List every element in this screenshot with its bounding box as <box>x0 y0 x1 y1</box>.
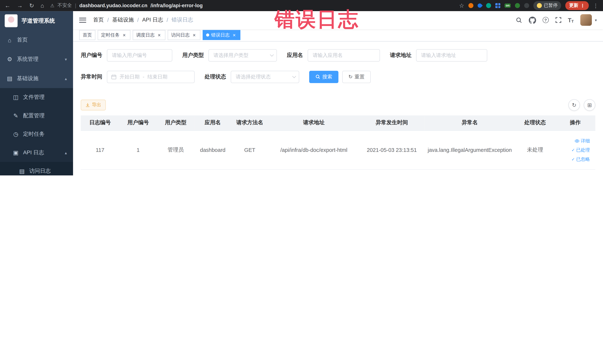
header-exception-time: 异常发生时间 <box>359 115 425 130</box>
close-icon[interactable]: × <box>122 32 127 38</box>
sidebar-item-config-manage[interactable]: ✎ 配置管理 <box>0 107 73 125</box>
gear-icon: ⚙ <box>6 56 13 63</box>
date-range-separator: - <box>143 74 144 80</box>
ignored-label: 已忽略 <box>576 155 590 164</box>
tab-label: 首页 <box>83 32 92 38</box>
tab-scheduled-tasks[interactable]: 定时任务 × <box>98 30 130 40</box>
update-button[interactable]: 更新 ⋮ <box>565 1 589 10</box>
sidebar-item-scheduled-tasks[interactable]: ◷ 定时任务 <box>0 125 73 143</box>
breadcrumb-home[interactable]: 首页 <box>93 17 104 23</box>
user-id-input[interactable] <box>107 49 172 61</box>
export-button[interactable]: 导出 <box>81 99 106 110</box>
header-exception-name: 异常名 <box>425 115 515 130</box>
reset-button[interactable]: ↻ 重置 <box>342 71 371 83</box>
breadcrumb-infra[interactable]: 基础设施 <box>112 17 134 23</box>
table-row: 116 1 管理员 dashboard GET /api/infra/db-do… <box>81 169 595 176</box>
breadcrumb-separator: / <box>107 17 109 23</box>
header-actions: 操作 <box>555 115 595 130</box>
header-user-type: 用户类型 <box>157 115 195 130</box>
tab-home[interactable]: 首页 <box>79 30 95 40</box>
back-icon[interactable]: ← <box>5 3 10 9</box>
infra-submenu: ◫ 文件管理 ✎ 配置管理 ◷ 定时任务 ▣ API 日志 ▴ <box>0 88 73 176</box>
tab-schedule-log[interactable]: 调度日志 × <box>133 30 165 40</box>
sidebar-toggle-icon[interactable] <box>79 18 86 23</box>
sidebar-item-system[interactable]: ⚙ 系统管理 ▾ <box>0 50 73 69</box>
search-button[interactable]: 搜索 <box>309 71 338 83</box>
extension-grid-icon[interactable] <box>496 3 500 8</box>
exception-time-label: 异常时间 <box>81 73 102 80</box>
menu-label: 配置管理 <box>23 112 45 119</box>
sidebar-item-access-log[interactable]: ▤ 访问日志 <box>0 162 73 176</box>
sidebar-item-home[interactable]: ⌂ 首页 <box>0 30 73 50</box>
process-status-label: 处理状态 <box>205 73 226 80</box>
search-icon[interactable] <box>515 17 522 23</box>
bookmark-star-icon[interactable]: ☆ <box>459 3 464 9</box>
extension-orange-icon[interactable] <box>468 3 474 8</box>
close-icon[interactable]: × <box>191 32 197 38</box>
detail-link[interactable]: 详细 <box>557 136 590 145</box>
sidebar-item-file-manage[interactable]: ◫ 文件管理 <box>0 88 73 107</box>
cell-exception-name: java.lang.IllegalArgumentException <box>425 130 515 169</box>
extension-leaf-icon[interactable] <box>515 3 520 8</box>
cell-request-url: /api/infra/db-doc/export-html <box>269 130 359 169</box>
ignored-link[interactable]: ✓ 已忽略 <box>557 155 590 164</box>
browser-nav-controls: ← → ↻ ⌂ <box>5 3 44 9</box>
address-bar[interactable]: ⚠ 不安全 | dashboard.yudao.iocoder.cn/infra… <box>50 2 454 9</box>
sidebar-item-infra[interactable]: ▤ 基础设施 ▴ <box>0 69 73 88</box>
request-url-input[interactable] <box>416 49 487 61</box>
close-icon[interactable]: × <box>156 32 162 38</box>
tab-error-log[interactable]: 错误日志 × <box>203 30 240 40</box>
user-avatar[interactable] <box>580 14 592 26</box>
filter-form: 用户编号 用户类型 请选择用户类型 应用名 <box>73 41 603 92</box>
menu-label: 基础设施 <box>17 75 38 82</box>
navbar-right: ? TT ▾ <box>515 14 597 26</box>
refresh-button[interactable]: ↻ <box>568 99 580 110</box>
column-settings-button[interactable]: ⊞ <box>584 99 595 110</box>
error-log-table: 日志编号 用户编号 用户类型 应用名 请求方法名 请求地址 异常发生时间 异常名… <box>81 115 595 176</box>
search-button-label: 搜索 <box>322 73 332 80</box>
breadcrumb-api-log[interactable]: API 日志 <box>142 17 163 23</box>
extension-green-icon[interactable] <box>486 3 491 8</box>
url-path: /infra/log/api-error-log <box>151 3 203 9</box>
tab-access-log[interactable]: 访问日志 × <box>168 30 200 40</box>
browser-menu-icon[interactable]: ⋮ <box>593 2 598 9</box>
extension-paw-icon[interactable] <box>524 3 529 8</box>
sidebar-item-api-log[interactable]: ▣ API 日志 ▴ <box>0 143 73 162</box>
cell-status: 未处理 <box>515 169 555 176</box>
search-icon <box>315 74 320 79</box>
chevron-up-icon: ▴ <box>65 76 67 81</box>
avatar-caret-icon[interactable]: ▾ <box>595 18 597 22</box>
help-icon[interactable]: ? <box>543 17 549 23</box>
process-status-select[interactable]: 请选择处理状态 <box>231 71 299 83</box>
smiley-icon <box>537 3 542 8</box>
header-app-name: 应用名 <box>195 115 231 130</box>
paused-badge[interactable]: 已暂停 <box>533 1 561 10</box>
extension-droplet-icon[interactable] <box>477 3 483 9</box>
cell-user-id: 1 <box>119 169 157 176</box>
font-size-icon[interactable]: TT <box>568 17 574 23</box>
download-icon <box>85 103 90 107</box>
cell-app-name: dashboard <box>195 130 231 169</box>
header-status: 处理状态 <box>515 115 555 130</box>
cell-log-id: 117 <box>81 130 119 169</box>
date-range-picker[interactable]: 开始日期 - 结束日期 <box>107 71 195 83</box>
filter-exception-time: 异常时间 开始日期 - 结束日期 <box>81 71 195 83</box>
update-label: 更新 <box>569 2 578 9</box>
fullscreen-icon[interactable] <box>555 17 561 23</box>
address-divider: | <box>75 3 76 9</box>
app-logo[interactable]: 芋道管理系统 <box>0 11 73 30</box>
github-icon[interactable] <box>529 16 536 24</box>
chevron-down-icon: ▾ <box>65 57 67 62</box>
browser-home-icon[interactable]: ⌂ <box>41 3 44 9</box>
detail-link[interactable]: 详细 <box>557 175 590 176</box>
extension-on-badge[interactable]: on <box>505 3 511 8</box>
infra-icon: ▤ <box>6 75 13 82</box>
close-icon[interactable]: × <box>232 32 237 38</box>
menu-label: 定时任务 <box>23 131 45 138</box>
app-name-input[interactable] <box>308 49 380 61</box>
cell-app-name: dashboard <box>195 169 231 176</box>
reload-icon[interactable]: ↻ <box>29 3 34 9</box>
processed-link[interactable]: ✓ 已处理 <box>557 145 590 155</box>
forward-icon[interactable]: → <box>17 3 23 9</box>
user-type-select[interactable]: 请选择用户类型 <box>208 49 277 61</box>
